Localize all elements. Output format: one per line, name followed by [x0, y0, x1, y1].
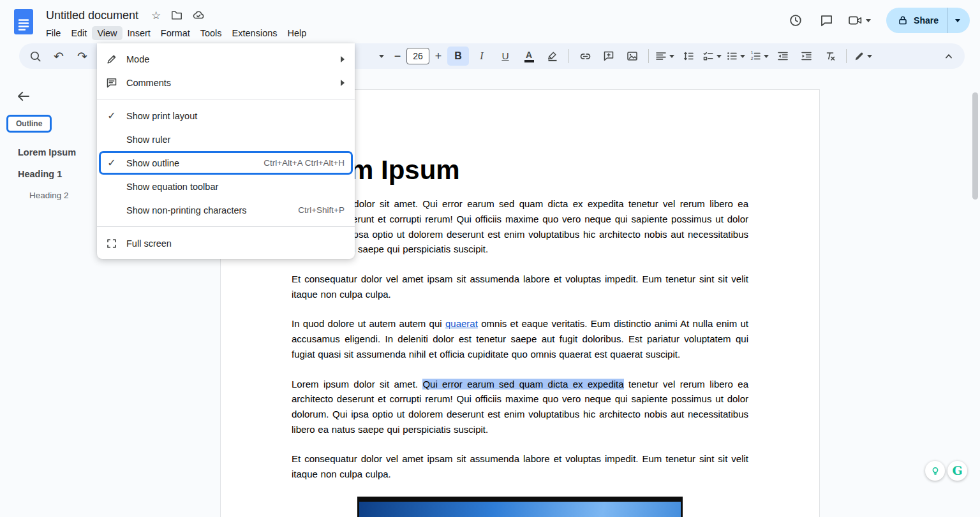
menu-tools[interactable]: Tools [195, 26, 227, 40]
bold-button[interactable]: B [447, 47, 469, 66]
hide-menus-button[interactable] [938, 47, 960, 66]
editing-mode-button[interactable] [852, 47, 873, 66]
menu-format[interactable]: Format [156, 26, 195, 40]
decrease-font-size-button[interactable]: − [390, 47, 405, 66]
menu-item-show-outline[interactable]: ✓Show outlineCtrl+Alt+A Ctrl+Alt+H [97, 151, 355, 175]
clear-formatting-button[interactable] [819, 47, 841, 66]
app-header: Untitled document ☆ [0, 0, 980, 43]
embedded-monitor-image[interactable] [357, 497, 683, 517]
numbered-list-button[interactable]: 1 2 [748, 47, 770, 66]
undo-button[interactable]: ↶ [48, 47, 70, 66]
submenu-arrow-icon [341, 56, 345, 62]
checklist-button[interactable] [701, 47, 723, 66]
menu-item-label: Show ruler [126, 135, 345, 145]
chevron-down-icon [764, 55, 769, 58]
italic-button[interactable]: I [471, 47, 493, 66]
menu-item-label: Show outline [126, 158, 256, 168]
menu-insert[interactable]: Insert [122, 26, 156, 40]
cloud-status-icon[interactable] [193, 10, 205, 21]
chevron-down-icon [716, 55, 722, 58]
search-menus-button[interactable] [24, 47, 46, 66]
chevron-down-icon [379, 55, 384, 58]
star-icon[interactable]: ☆ [151, 10, 161, 21]
doc-text: Et consequatur dolor vel amet ipsam sit … [292, 453, 748, 479]
menu-item-show-print-layout[interactable]: ✓Show print layout [97, 104, 355, 127]
share-dropdown-button[interactable] [947, 8, 970, 33]
view-menu: ModeComments✓Show print layoutShow ruler… [97, 43, 355, 259]
font-size-input[interactable]: 26 [406, 48, 429, 64]
menu-extensions[interactable]: Extensions [227, 26, 283, 40]
text-color-button[interactable]: A [518, 47, 540, 66]
menu-item-full-screen[interactable]: Full screen [97, 231, 355, 255]
share-label: Share [914, 15, 939, 25]
menu-divider [97, 226, 355, 227]
title-row: Untitled document ☆ [46, 6, 783, 24]
toolbar-divider [846, 49, 847, 63]
add-comment-button[interactable] [598, 47, 620, 66]
menu-help[interactable]: Help [283, 26, 312, 40]
menu-view[interactable]: View [92, 26, 122, 40]
menu-item-label: Show print layout [126, 111, 345, 121]
menu-item-show-non-printing-characters[interactable]: Show non-printing charactersCtrl+Shift+P [97, 198, 355, 222]
redo-button[interactable]: ↷ [71, 47, 93, 66]
increase-indent-button[interactable] [796, 47, 817, 66]
move-folder-icon[interactable] [171, 10, 182, 21]
close-outline-button[interactable] [17, 89, 32, 105]
menu-item-mode[interactable]: Mode [97, 47, 355, 71]
font-family-caret[interactable] [375, 47, 389, 66]
doc-paragraph[interactable]: Et consequatur dolor vel amet ipsam sit … [292, 451, 748, 481]
menu-item-show-ruler[interactable]: Show ruler [97, 127, 355, 151]
pencil-icon [97, 54, 126, 65]
vertical-scrollbar[interactable] [972, 92, 978, 200]
insert-image-button[interactable] [621, 47, 643, 66]
title-icons: ☆ [151, 10, 205, 21]
menu-file[interactable]: File [41, 26, 66, 40]
meet-button[interactable] [844, 14, 875, 27]
doc-paragraph[interactable]: Lorem ipsum dolor sit amet. Qui error ea… [292, 377, 748, 437]
grammarly-logo-icon[interactable]: G [947, 461, 967, 481]
highlight-color-button[interactable] [542, 47, 563, 66]
video-camera-icon [848, 14, 863, 27]
checkmark-icon: ✓ [97, 110, 126, 122]
share-main-button[interactable]: Share [886, 8, 947, 33]
increase-font-size-button[interactable]: + [431, 47, 445, 66]
checkmark-icon: ✓ [97, 157, 126, 169]
menu-item-label: Full screen [126, 238, 345, 249]
document-title[interactable]: Untitled document [46, 9, 138, 22]
menu-divider [97, 99, 355, 99]
lock-icon [898, 15, 908, 25]
menu-item-comments[interactable]: Comments [97, 71, 355, 94]
version-history-icon[interactable] [783, 8, 808, 33]
insert-link-button[interactable] [574, 47, 596, 66]
doc-link[interactable]: quaerat [445, 318, 478, 329]
google-docs-app: Untitled document ☆ [0, 0, 980, 517]
chevron-down-icon [740, 55, 745, 58]
document-heading: Lorem Ipsum [292, 154, 748, 186]
comments-icon[interactable] [813, 8, 839, 33]
doc-paragraph[interactable]: In quod dolore ut autem autem qui quaera… [292, 316, 748, 361]
chevron-down-icon [866, 19, 871, 22]
menu-item-label: Comments [126, 78, 333, 88]
comment-icon [97, 77, 126, 89]
chevron-down-icon [867, 55, 872, 58]
menu-shortcut: Ctrl+Shift+P [298, 205, 345, 215]
toolbar-divider [648, 49, 649, 63]
fullscreen-icon [97, 238, 126, 249]
underline-button[interactable]: U [494, 47, 516, 66]
menu-item-label: Mode [126, 54, 333, 64]
align-button[interactable] [654, 47, 676, 66]
menu-edit[interactable]: Edit [66, 26, 92, 40]
line-spacing-button[interactable] [678, 47, 699, 66]
grammarly-suggestion-icon[interactable] [925, 461, 945, 481]
doc-paragraph[interactable]: Et consequatur dolor vel amet ipsam sit … [292, 272, 748, 302]
doc-text: Lorem ipsum dolor sit amet. Qui error ea… [292, 198, 748, 254]
doc-text: In quod dolore ut autem autem qui [292, 318, 445, 329]
doc-text: Et consequatur dolor vel amet ipsam sit … [292, 273, 748, 300]
doc-paragraph[interactable]: Lorem ipsum dolor sit amet. Qui error ea… [292, 196, 748, 257]
menu-item-label: Show equation toolbar [126, 182, 345, 192]
menu-item-show-equation-toolbar[interactable]: Show equation toolbar [97, 175, 355, 198]
docs-logo[interactable] [14, 9, 33, 34]
svg-text:1: 1 [751, 50, 754, 55]
bulleted-list-button[interactable] [725, 47, 746, 66]
decrease-indent-button[interactable] [772, 47, 794, 66]
